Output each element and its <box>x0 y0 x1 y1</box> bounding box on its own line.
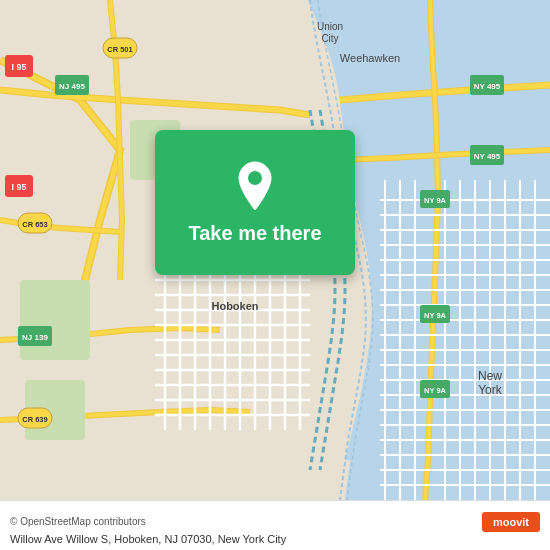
svg-text:I 95: I 95 <box>11 62 26 72</box>
svg-point-85 <box>248 171 262 185</box>
svg-text:Weehawken: Weehawken <box>340 52 400 64</box>
svg-rect-52 <box>20 280 90 360</box>
svg-text:NY 9A: NY 9A <box>424 196 447 205</box>
bottom-bar: © OpenStreetMap contributorsmoovitWillow… <box>0 500 550 550</box>
svg-text:NY 495: NY 495 <box>474 152 501 161</box>
svg-text:CR 501: CR 501 <box>107 45 132 54</box>
svg-text:NJ 139: NJ 139 <box>22 333 48 342</box>
svg-text:moovit: moovit <box>493 516 529 528</box>
map-pin-icon <box>233 160 277 212</box>
take-me-there-label: Take me there <box>188 222 321 245</box>
svg-text:CR 653: CR 653 <box>22 220 47 229</box>
svg-text:I 95: I 95 <box>11 182 26 192</box>
svg-text:CR 639: CR 639 <box>22 415 47 424</box>
take-me-there-button[interactable]: Take me there <box>155 130 355 275</box>
svg-text:Hoboken: Hoboken <box>211 300 258 312</box>
moovit-logo: moovit <box>482 512 540 532</box>
svg-text:City: City <box>321 33 338 44</box>
svg-text:York: York <box>478 383 503 397</box>
svg-text:NY 495: NY 495 <box>474 82 501 91</box>
svg-text:Union: Union <box>317 21 343 32</box>
svg-text:NY 9A: NY 9A <box>424 386 447 395</box>
map-container: I 95 I 95 NJ 495 NY 495 NY 495 CR 501 CR… <box>0 0 550 500</box>
svg-text:NY 9A: NY 9A <box>424 311 447 320</box>
osm-attribution: © OpenStreetMap contributors <box>10 516 146 527</box>
location-description: Willow Ave Willow S, Hoboken, NJ 07030, … <box>10 533 286 545</box>
svg-text:New: New <box>478 369 502 383</box>
svg-text:NJ 495: NJ 495 <box>59 82 85 91</box>
